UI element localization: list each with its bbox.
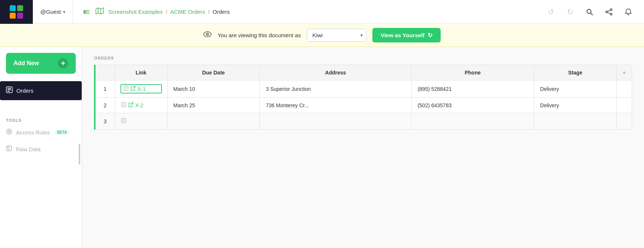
- svg-rect-3: [86, 13, 90, 14]
- view-as-yourself-label: View as Yourself: [381, 32, 425, 38]
- row-1-link-cell[interactable]: X-1: [115, 80, 167, 98]
- access-rules-icon: [6, 128, 12, 136]
- table-section: ORDERS Link Due Date Address Phone Stage…: [82, 47, 644, 139]
- svg-line-10: [607, 10, 610, 12]
- main-area: Add New + Orders TOOLS: [0, 47, 644, 248]
- breadcrumb-screenshot-examples[interactable]: Screenshot Examples: [108, 9, 163, 15]
- row-3-due-date[interactable]: [167, 113, 260, 130]
- add-new-plus-icon: +: [58, 58, 68, 69]
- row-doc-icon-1: [124, 86, 128, 92]
- link-text-2: X-2: [135, 102, 144, 108]
- row-3-stage[interactable]: [534, 113, 616, 130]
- raw-data-label: Raw Data: [16, 146, 41, 152]
- sidebar: Add New + Orders TOOLS: [0, 47, 82, 248]
- row-3-phone[interactable]: [412, 113, 534, 130]
- row-1-stage[interactable]: Delivery: [534, 80, 616, 98]
- breadcrumb-sep-1: /: [166, 9, 167, 15]
- row-1-add-col: [616, 80, 632, 98]
- sidebar-item-raw-data[interactable]: Raw Data: [0, 141, 82, 158]
- col-header-address[interactable]: Address: [260, 65, 412, 80]
- redo-button[interactable]: ↻: [563, 5, 577, 19]
- svg-rect-21: [7, 146, 12, 151]
- col-header-stage[interactable]: Stage: [534, 65, 616, 80]
- nav-breadcrumb: Screenshot Examples / ACME Orders / Orde…: [73, 6, 535, 18]
- top-actions: ↺ ↻: [535, 5, 644, 19]
- collapse-sidebar-button[interactable]: [81, 6, 93, 18]
- top-bar: @Guest ▾ Screenshot Examples / ACME Orde…: [0, 0, 644, 24]
- chevron-down-icon: ▾: [63, 9, 65, 15]
- orders-table: Link Due Date Address Phone Stage + 1: [94, 65, 632, 130]
- notifications-button[interactable]: [622, 5, 635, 19]
- link-cell-2[interactable]: X-2: [121, 102, 161, 108]
- svg-point-20: [9, 131, 10, 132]
- view-as-text: You are viewing this document as: [218, 32, 301, 38]
- svg-rect-23: [8, 149, 11, 149]
- row-3-add-col: [616, 113, 632, 130]
- table-row: 1: [95, 80, 632, 98]
- breadcrumb-orders: Orders: [213, 9, 230, 15]
- orders-icon: [6, 86, 13, 95]
- link-text-1: X-1: [138, 86, 146, 92]
- row-2-phone[interactable]: (502) 6435783: [412, 98, 534, 113]
- svg-rect-15: [7, 88, 11, 89]
- table-row: 3: [95, 113, 632, 130]
- logo-cell-3: [10, 13, 16, 19]
- external-link-icon-2: [128, 102, 133, 108]
- row-2-stage[interactable]: Delivery: [534, 98, 616, 113]
- col-header-due-date[interactable]: Due Date: [167, 65, 260, 80]
- svg-rect-17: [7, 91, 10, 92]
- row-2-address[interactable]: 736 Monterey Cr...: [260, 98, 412, 113]
- sidebar-item-access-rules[interactable]: Access Rules BETA: [0, 124, 82, 141]
- sidebar-item-orders[interactable]: Orders: [0, 81, 82, 100]
- svg-rect-2: [86, 12, 90, 12]
- beta-badge: BETA: [55, 130, 69, 135]
- svg-point-8: [610, 13, 612, 15]
- logo-cell-4: [17, 13, 23, 19]
- row-2-link-cell[interactable]: X-2: [115, 98, 167, 113]
- user-menu[interactable]: @Guest ▾: [33, 0, 73, 24]
- svg-rect-24: [8, 150, 10, 150]
- row-1-address[interactable]: 3 Superior Junction: [260, 80, 412, 98]
- search-button[interactable]: [583, 5, 596, 19]
- logo-cell-2: [17, 5, 23, 11]
- row-doc-icon-3: [121, 118, 126, 124]
- add-new-label: Add New: [13, 60, 39, 67]
- svg-line-9: [607, 12, 610, 14]
- logo-cell-1: [10, 5, 16, 11]
- share-button[interactable]: [602, 5, 616, 19]
- add-column-button[interactable]: +: [616, 65, 632, 80]
- add-new-button[interactable]: Add New +: [6, 53, 76, 74]
- undo-button[interactable]: ↺: [544, 5, 557, 19]
- eye-icon: [203, 31, 212, 39]
- svg-line-29: [133, 86, 135, 89]
- logo-grid: [10, 5, 23, 19]
- row-3-link-cell[interactable]: [115, 113, 167, 130]
- row-num-2: 2: [95, 98, 115, 113]
- row-3-address[interactable]: [260, 113, 412, 130]
- row-1-phone[interactable]: (895) 5288421: [412, 80, 534, 98]
- breadcrumb-icon: [96, 7, 104, 16]
- row-num-1: 1: [95, 80, 115, 98]
- svg-line-34: [131, 103, 133, 105]
- view-as-user-select[interactable]: Kiwi Admin Guest: [307, 29, 366, 42]
- link-cell-1[interactable]: X-1: [121, 84, 162, 93]
- row-2-due-date[interactable]: March 25: [167, 98, 260, 113]
- svg-point-13: [207, 34, 208, 35]
- access-rules-label: Access Rules: [16, 129, 50, 136]
- col-header-link[interactable]: Link: [115, 65, 167, 80]
- svg-rect-22: [8, 147, 9, 148]
- refresh-icon: ↻: [428, 32, 432, 39]
- view-as-yourself-button[interactable]: View as Yourself ↻: [372, 28, 441, 42]
- orders-section-label: ORDERS: [94, 56, 632, 60]
- breadcrumb-sep-2: /: [208, 9, 210, 15]
- row-1-due-date[interactable]: March 10: [167, 80, 260, 98]
- table-row: 2: [95, 98, 632, 113]
- scrollbar-indicator[interactable]: [79, 144, 80, 165]
- sidebar-orders-label: Orders: [16, 88, 34, 94]
- col-header-phone[interactable]: Phone: [412, 65, 534, 80]
- tools-section-label: TOOLS: [0, 115, 82, 124]
- row-doc-icon-2: [121, 102, 126, 108]
- svg-rect-16: [7, 89, 11, 90]
- breadcrumb-acme-orders[interactable]: ACME Orders: [170, 9, 205, 15]
- view-as-banner: You are viewing this document as Kiwi Ad…: [0, 24, 644, 47]
